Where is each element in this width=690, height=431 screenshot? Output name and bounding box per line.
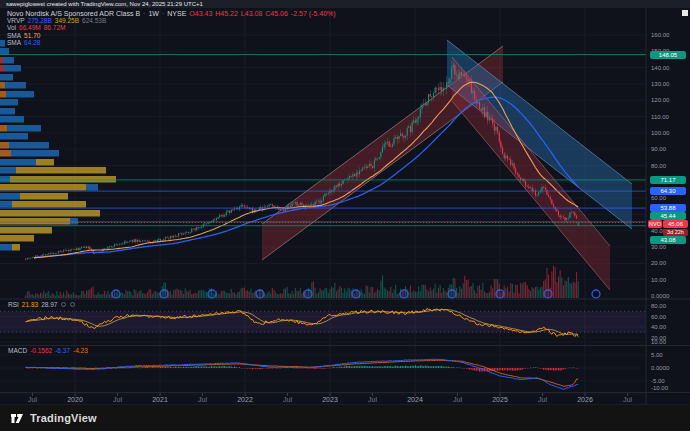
price-level-badge: 71.17 (650, 176, 686, 184)
macd-axis-tick[interactable]: 0.0000 (651, 365, 669, 371)
price-level-badge: 53.88 (650, 204, 686, 212)
indicator-label: VRVP (7, 17, 25, 24)
price-axis-tick[interactable]: 120.00 (651, 97, 669, 103)
low-value: L43.08 (241, 10, 262, 17)
legend-action-dot-icon[interactable] (61, 302, 66, 307)
price-axis-tick[interactable]: 0.0000 (651, 293, 669, 299)
indicator-label: SMA (7, 39, 21, 46)
price-axis-tick[interactable]: 140.00 (651, 65, 669, 71)
indicator-value: 86.72M (44, 24, 66, 31)
rsi-indicator-legend[interactable]: RSI21.8328.97 (8, 301, 75, 308)
rsi-axis-tick[interactable]: 40.00 (651, 324, 666, 330)
price-axis-tick[interactable]: 20.00 (651, 260, 666, 266)
tradingview-logo-icon (10, 411, 24, 425)
indicator-value: 21.83 (22, 301, 38, 308)
price-axis-tick[interactable]: 130.00 (651, 81, 669, 87)
symbol-title: Novo Nordisk A/S Sponsored ADR Class B (7, 10, 140, 17)
exchange-label: NYSE (167, 10, 186, 17)
rsi-legend-row[interactable]: RSI21.8328.97 (8, 301, 75, 308)
price-axis-tick[interactable]: 160.00 (651, 32, 669, 38)
macd-indicator-legend[interactable]: MACD-0.1562-6.37-4.23 (8, 347, 88, 354)
attribution-text: sawepiglowest created with TradingView.c… (6, 1, 203, 7)
time-axis-label[interactable]: Jul (283, 396, 292, 403)
time-axis-label[interactable]: 2020 (67, 396, 83, 403)
price-axis-tick[interactable]: 80.00 (651, 163, 666, 169)
time-axis-label[interactable]: Jul (453, 396, 462, 403)
time-axis-label[interactable]: Jul (198, 396, 207, 403)
change-value: -2.57 (-5.40%) (291, 10, 336, 17)
time-axis-label[interactable]: 2022 (237, 396, 253, 403)
indicator-value: 349.25B (55, 17, 79, 24)
indicator-value: -0.1562 (30, 347, 52, 354)
time-axis-label[interactable]: Jul (538, 396, 547, 403)
symbol-title-row[interactable]: Novo Nordisk A/S Sponsored ADR Class B·1… (7, 10, 336, 17)
indicator-legend-row[interactable]: VRVP275.28B349.25B624.53B (7, 17, 336, 24)
price-axis-tick[interactable]: 90.00 (651, 146, 666, 152)
time-axis-label[interactable]: Jul (113, 396, 122, 403)
rsi-axis-tick[interactable]: 80.00 (651, 303, 666, 309)
macd-axis-tick[interactable]: 5.00 (651, 352, 663, 358)
macd-legend-row[interactable]: MACD-0.1562-6.37-4.23 (8, 347, 88, 354)
separator: · (162, 10, 164, 17)
axis-overlay: 160.00150.00140.00130.00120.00110.00100.… (0, 0, 690, 431)
indicator-label: Vol (7, 24, 16, 31)
price-axis-tick[interactable]: 30.00 (651, 244, 666, 250)
indicator-legend-row[interactable]: Vol66.49M86.72M (7, 24, 336, 31)
indicator-label: RSI (8, 301, 19, 308)
time-axis-label[interactable]: 2023 (322, 396, 338, 403)
corner-marker (682, 10, 688, 16)
ticker-badge: NVO (648, 220, 662, 228)
tradingview-brand-label: TradingView (30, 412, 97, 424)
price-level-badge: 148.05 (650, 51, 686, 59)
time-axis-label[interactable]: 2024 (407, 396, 423, 403)
time-axis-label[interactable]: Jul (368, 396, 377, 403)
indicator-value: -4.23 (73, 347, 88, 354)
price-axis-tick[interactable]: 110.00 (651, 114, 669, 120)
indicator-value: 64.28 (24, 39, 40, 46)
high-value: H45.22 (215, 10, 238, 17)
indicator-value: 275.28B (28, 17, 52, 24)
close-value: C45.06 (265, 10, 288, 17)
price-level-badge: 45.44 (650, 212, 686, 220)
indicator-legend-row[interactable]: SMA64.28 (7, 39, 336, 46)
time-axis-label[interactable]: Jul (623, 396, 632, 403)
time-axis-label[interactable]: 2025 (492, 396, 508, 403)
legend-action-dot-icon[interactable] (70, 302, 75, 307)
macd-axis-tick[interactable]: 10.00 (651, 339, 666, 345)
footer-bar: TradingView (0, 405, 690, 431)
time-axis-label[interactable]: 2021 (152, 396, 168, 403)
indicator-value: 66.49M (19, 24, 41, 31)
price-axis-tick[interactable]: 10.00 (651, 277, 666, 283)
macd-axis-tick[interactable]: -5.00 (651, 378, 665, 384)
indicator-value: 51.70 (24, 32, 40, 39)
bar-countdown-badge: 3d 22h (663, 229, 688, 236)
price-axis-tick[interactable]: 60.00 (651, 195, 666, 201)
indicator-value: 28.97 (41, 301, 57, 308)
separator: · (143, 10, 145, 17)
rsi-axis-tick[interactable]: 60.00 (651, 314, 666, 320)
time-axis-label[interactable]: Jul (28, 396, 37, 403)
price-level-badge: 43.08 (650, 236, 686, 244)
price-axis-tick[interactable]: 100.00 (651, 130, 669, 136)
indicator-label: MACD (8, 347, 27, 354)
macd-axis-tick[interactable]: -10.00 (651, 385, 668, 391)
indicator-legend-row[interactable]: SMA51.70 (7, 32, 336, 39)
indicator-value: -6.37 (55, 347, 70, 354)
price-level-badge: 64.30 (650, 187, 686, 195)
indicator-label: SMA (7, 32, 21, 39)
last-price-badge: 45.06 (663, 220, 688, 228)
symbol-legend[interactable]: Novo Nordisk A/S Sponsored ADR Class B·1… (7, 10, 336, 46)
tradingview-chart-window: sawepiglowest created with TradingView.c… (0, 0, 690, 431)
time-axis-label[interactable]: 2026 (577, 396, 593, 403)
open-value: O43.43 (189, 10, 212, 17)
attribution-bar: sawepiglowest created with TradingView.c… (0, 0, 690, 8)
interval-label: 1W (148, 10, 159, 17)
indicator-value: 624.53B (82, 17, 106, 24)
